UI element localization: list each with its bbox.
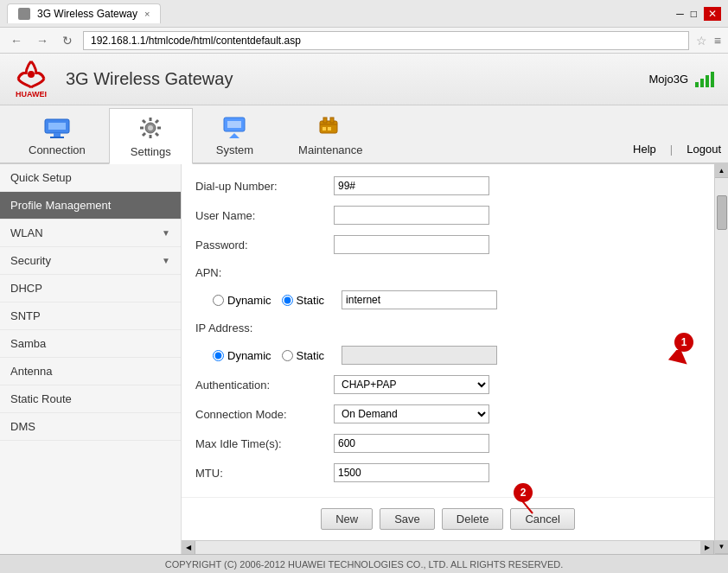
app-footer: COPYRIGHT (C) 2006-2012 HUAWEI TECHNOLOG… xyxy=(0,554,728,573)
sidebar-item-dms[interactable]: DMS xyxy=(0,413,181,441)
sidebar-item-static-route[interactable]: Static Route xyxy=(0,385,181,413)
connection-mode-select[interactable]: On Demand Always On Manual xyxy=(334,404,489,423)
svg-marker-9 xyxy=(229,133,239,138)
apn-dynamic-label: Dynamic xyxy=(227,294,271,307)
password-input[interactable] xyxy=(334,235,489,254)
forward-button[interactable]: → xyxy=(33,32,52,49)
app-container: HUAWEI 3G Wireless Gateway Mojo3G xyxy=(0,54,728,573)
tab-connection[interactable]: Connection xyxy=(7,106,107,162)
sidebar: Quick Setup Profile Management WLAN ▼ Se… xyxy=(0,164,182,554)
tab-settings[interactable]: Settings xyxy=(109,108,193,164)
max-idle-time-row: Max Idle Time(s): xyxy=(195,429,700,458)
menu-icon[interactable]: ≡ xyxy=(714,34,721,48)
delete-button[interactable]: Delete xyxy=(442,508,504,530)
username-row: User Name: xyxy=(195,201,700,230)
tab-settings-label: Settings xyxy=(131,145,171,158)
browser-tab[interactable]: 3G Wireless Gateway × xyxy=(7,3,161,23)
apn-dynamic-radio[interactable] xyxy=(213,295,224,306)
password-row: Password: xyxy=(195,230,700,259)
main-content: Quick Setup Profile Management WLAN ▼ Se… xyxy=(0,164,728,573)
ip-address-options-row: Dynamic Static xyxy=(195,341,700,370)
ip-static-option[interactable]: Static xyxy=(282,349,325,362)
ip-static-radio[interactable] xyxy=(282,350,293,361)
sidebar-label-samba: Samba xyxy=(10,337,46,350)
logout-link[interactable]: Logout xyxy=(686,143,721,156)
close-button[interactable]: ✕ xyxy=(704,7,721,21)
max-idle-time-input[interactable] xyxy=(334,434,489,453)
scroll-up-button[interactable]: ▲ xyxy=(715,164,729,178)
apn-dynamic-option[interactable]: Dynamic xyxy=(213,294,271,307)
apn-static-radio[interactable] xyxy=(282,295,293,306)
ip-radio-group: Dynamic Static xyxy=(213,346,497,365)
tab-favicon-icon xyxy=(18,8,30,20)
button-row: New Save Delete Cancel xyxy=(182,497,714,540)
h-scroll-left-button[interactable]: ◀ xyxy=(182,541,195,555)
tab-title: 3G Wireless Gateway xyxy=(37,8,137,20)
ip-dynamic-radio[interactable] xyxy=(213,350,224,361)
dialup-number-input[interactable] xyxy=(334,176,489,195)
wlan-chevron-icon: ▼ xyxy=(162,228,170,238)
signal-bar-3 xyxy=(706,75,709,87)
vertical-scrollbar: ▲ ▼ xyxy=(714,164,728,554)
scroll-thumb[interactable] xyxy=(717,195,727,230)
sidebar-item-samba[interactable]: Samba xyxy=(0,330,181,358)
app-header: HUAWEI 3G Wireless Gateway Mojo3G xyxy=(0,54,728,105)
huawei-logo-icon xyxy=(14,60,48,90)
sidebar-item-wlan[interactable]: WLAN ▼ xyxy=(0,220,181,247)
sidebar-label-dhcp: DHCP xyxy=(10,282,42,295)
ip-value-input[interactable] xyxy=(342,346,497,365)
new-button[interactable]: New xyxy=(321,508,373,530)
cancel-button[interactable]: Cancel xyxy=(510,508,574,530)
ip-dynamic-label: Dynamic xyxy=(227,349,271,362)
authentication-select[interactable]: CHAP+PAP CHAP PAP None xyxy=(334,375,489,394)
ip-dynamic-option[interactable]: Dynamic xyxy=(213,349,271,362)
mtu-row: MTU: xyxy=(195,458,700,487)
refresh-button[interactable]: ↻ xyxy=(59,32,76,49)
brand-label: HUAWEI xyxy=(16,90,47,99)
mtu-input[interactable] xyxy=(334,463,489,482)
username-input[interactable] xyxy=(334,206,489,225)
ip-static-label: Static xyxy=(297,349,325,362)
address-input[interactable] xyxy=(83,31,689,50)
browser-addressbar: ← → ↻ ☆ ≡ xyxy=(0,28,728,54)
apn-radio-group: Dynamic Static xyxy=(213,290,497,309)
save-button[interactable]: Save xyxy=(380,508,435,530)
tab-close-button[interactable]: × xyxy=(144,9,150,19)
scroll-track xyxy=(715,178,728,540)
svg-rect-8 xyxy=(227,121,241,128)
svg-rect-2 xyxy=(48,123,66,130)
content-scroll: Dial-up Number: User Name: Password: xyxy=(182,164,714,497)
max-idle-time-label: Max Idle Time(s): xyxy=(195,437,334,450)
sidebar-item-sntp[interactable]: SNTP xyxy=(0,302,181,330)
back-button[interactable]: ← xyxy=(7,32,26,49)
signal-bar-4 xyxy=(711,72,714,87)
apn-static-option[interactable]: Static xyxy=(282,294,325,307)
sidebar-item-dhcp[interactable]: DHCP xyxy=(0,275,181,302)
apn-static-label: Static xyxy=(297,294,325,307)
sidebar-label-security: Security xyxy=(10,254,51,267)
minimize-button[interactable]: ─ xyxy=(676,8,684,20)
ip-address-label: IP Address: xyxy=(195,322,334,334)
maximize-button[interactable]: □ xyxy=(691,8,697,20)
bookmark-icon[interactable]: ☆ xyxy=(696,34,707,48)
h-scroll-right-button[interactable]: ▶ xyxy=(700,541,714,555)
svg-rect-13 xyxy=(322,127,326,131)
scroll-down-button[interactable]: ▼ xyxy=(715,540,729,554)
tab-maintenance[interactable]: Maintenance xyxy=(277,106,384,162)
authentication-label: Authentication: xyxy=(195,379,334,392)
connection-icon xyxy=(43,112,71,140)
connection-mode-label: Connection Mode: xyxy=(195,408,334,421)
form-container: Dial-up Number: User Name: Password: xyxy=(182,171,714,494)
sidebar-item-profile-management[interactable]: Profile Management xyxy=(0,192,181,220)
huawei-logo: HUAWEI xyxy=(14,60,48,99)
sidebar-item-security[interactable]: Security ▼ xyxy=(0,247,181,275)
signal-bar-2 xyxy=(700,79,704,87)
apn-value-input[interactable] xyxy=(342,290,497,309)
svg-rect-11 xyxy=(323,118,327,123)
sidebar-item-antenna[interactable]: Antenna xyxy=(0,358,181,385)
sidebar-label-wlan: WLAN xyxy=(10,226,43,239)
tab-system[interactable]: System xyxy=(195,106,275,162)
help-link[interactable]: Help xyxy=(633,143,656,156)
sidebar-item-quick-setup[interactable]: Quick Setup xyxy=(0,164,181,192)
maintenance-icon xyxy=(316,112,344,140)
